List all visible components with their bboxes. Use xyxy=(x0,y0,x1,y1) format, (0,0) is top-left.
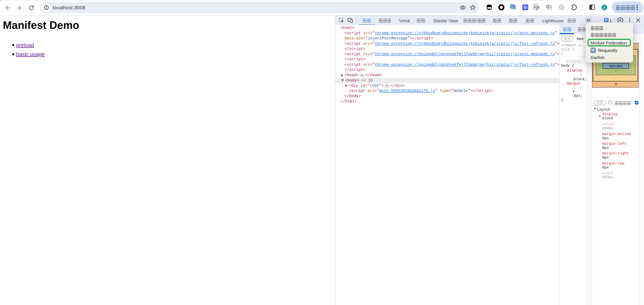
svg-text:G: G xyxy=(511,5,514,8)
